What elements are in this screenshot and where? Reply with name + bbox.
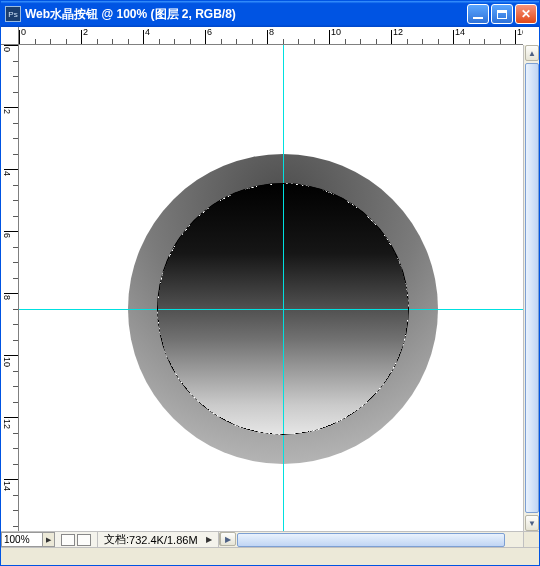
app-icon: Ps (5, 6, 21, 22)
ruler-tick-label: 8 (2, 295, 12, 300)
ruler-tick-label: 10 (2, 357, 12, 367)
scrollbar-horizontal[interactable]: ◀ ▶ (219, 532, 539, 547)
document-info[interactable]: 文档: 732.4K/1.86M ▶ (98, 532, 219, 547)
selection-marquee (157, 183, 409, 435)
maximize-button[interactable] (491, 4, 513, 24)
window-buttons: ✕ (467, 4, 537, 24)
ruler-horizontal[interactable]: 0246810121416 (19, 27, 523, 45)
ruler-tick-label: 0 (2, 47, 12, 52)
status-icon-2[interactable] (77, 534, 91, 546)
ruler-tick-label: 0 (21, 27, 26, 37)
scroll-thumb-vertical[interactable] (525, 63, 539, 513)
status-icon-1[interactable] (61, 534, 75, 546)
ruler-tick-label: 12 (393, 27, 403, 37)
scroll-thumb-horizontal[interactable] (237, 533, 505, 547)
resize-grip[interactable] (523, 532, 539, 548)
ruler-tick-label: 10 (331, 27, 341, 37)
minimize-icon (473, 17, 483, 19)
doc-info-label: 文档: (104, 532, 129, 547)
chevron-down-icon: ▼ (528, 519, 536, 528)
chevron-right-icon: ▶ (225, 535, 231, 544)
doc-info-size: 732.4K/1.86M (129, 534, 198, 546)
bottom-bar: 100% ▶ 文档: 732.4K/1.86M ▶ ◀ ▶ (1, 531, 539, 547)
scroll-up-button[interactable]: ▲ (525, 45, 539, 61)
zoom-input[interactable]: 100% (1, 532, 43, 547)
minimize-button[interactable] (467, 4, 489, 24)
ruler-tick-label: 2 (2, 109, 12, 114)
ruler-tick-label: 4 (2, 171, 12, 176)
ruler-tick-label: 6 (2, 233, 12, 238)
document-client: 0246810121416 0246810121416 ▲ ▼ 100% ▶ 文… (1, 27, 539, 565)
zoom-dropdown[interactable]: ▶ (43, 532, 55, 547)
canvas-area[interactable] (19, 45, 523, 531)
app-window: Ps Web水晶按钮 @ 100% (图层 2, RGB/8) ✕ 024681… (0, 0, 540, 566)
ruler-tick-label: 2 (83, 27, 88, 37)
chevron-up-icon: ▲ (528, 49, 536, 58)
status-icons (55, 532, 98, 547)
close-button[interactable]: ✕ (515, 4, 537, 24)
close-icon: ✕ (521, 7, 531, 21)
scroll-right-button[interactable]: ▶ (220, 532, 236, 546)
ruler-tick-label: 4 (145, 27, 150, 37)
scroll-down-button[interactable]: ▼ (525, 515, 539, 531)
ruler-origin[interactable] (1, 27, 19, 45)
ruler-tick-label: 12 (2, 419, 12, 429)
window-title: Web水晶按钮 @ 100% (图层 2, RGB/8) (25, 6, 467, 23)
maximize-icon (497, 10, 507, 19)
ruler-tick-label: 8 (269, 27, 274, 37)
ruler-tick-label: 6 (207, 27, 212, 37)
scrollbar-vertical[interactable]: ▲ ▼ (523, 45, 539, 531)
ruler-tick-label: 14 (2, 481, 12, 491)
status-bar (1, 547, 539, 565)
ruler-tick-label: 16 (517, 27, 523, 37)
ruler-vertical[interactable]: 0246810121416 (1, 45, 19, 531)
ruler-tick-label: 14 (455, 27, 465, 37)
titlebar[interactable]: Ps Web水晶按钮 @ 100% (图层 2, RGB/8) ✕ (1, 1, 539, 27)
chevron-right-icon: ▶ (46, 536, 51, 544)
chevron-right-icon: ▶ (206, 535, 212, 544)
